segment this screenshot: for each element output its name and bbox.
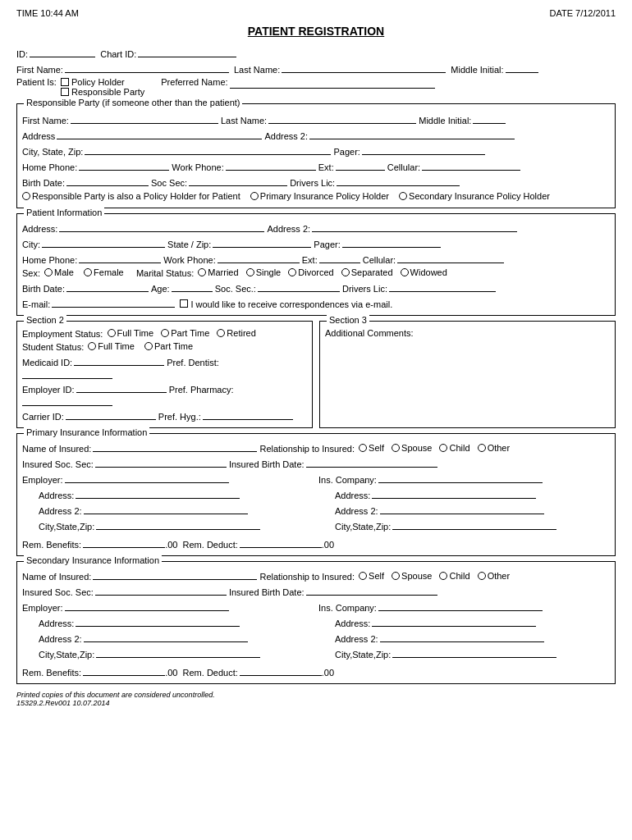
rp-last-name-field[interactable]: [268, 112, 416, 124]
pi-home-phone-label: Home Phone:: [22, 255, 77, 265]
pi-emp-city-field[interactable]: [96, 518, 260, 530]
pi-pager-field[interactable]: [342, 236, 441, 248]
rp-radio3[interactable]: [399, 192, 407, 200]
pi-male-radio[interactable]: [44, 268, 53, 276]
pi-ins-company-field[interactable]: [378, 472, 543, 483]
pi-widowed-radio[interactable]: [401, 268, 409, 276]
pi-spouse-radio[interactable]: [392, 444, 400, 452]
pref-dentist-field[interactable]: [22, 368, 112, 379]
rp-birth-date-field[interactable]: [66, 175, 149, 186]
pi-emp-address-field[interactable]: [76, 487, 240, 499]
emp-retired-radio[interactable]: [217, 329, 225, 337]
pi-rem-deduct-field[interactable]: [240, 536, 322, 548]
rp-middle-initial-field[interactable]: [473, 112, 506, 124]
employer-id-field[interactable]: [76, 381, 167, 393]
pi-work-phone-field[interactable]: [218, 252, 300, 263]
pi-ext-field[interactable]: [319, 252, 360, 263]
medicaid-id-field[interactable]: [74, 354, 164, 366]
pi-emp-address2-field[interactable]: [84, 503, 248, 514]
pi-ins-city-field[interactable]: [392, 518, 556, 530]
pi-email-checkbox[interactable]: [180, 299, 188, 308]
emp-full-time-radio[interactable]: [108, 329, 116, 337]
rp-ext-field[interactable]: [336, 159, 385, 171]
rp-pager-field[interactable]: [362, 144, 485, 155]
preferred-name-field[interactable]: [230, 77, 435, 89]
pi-name-insured-field[interactable]: [93, 441, 257, 452]
si-insured-birth-field[interactable]: [306, 584, 437, 596]
pi-address2-field[interactable]: [312, 221, 517, 232]
last-name-field[interactable]: [282, 62, 446, 73]
pi-divorced-radio[interactable]: [288, 268, 296, 276]
rp-address-field[interactable]: [57, 128, 262, 139]
si-employer-label-row: Employer:: [22, 600, 314, 613]
si-name-insured-field[interactable]: [93, 568, 257, 580]
pi-city-field[interactable]: [42, 236, 165, 248]
middle-initial-field[interactable]: [506, 62, 538, 73]
pi-female-radio[interactable]: [84, 268, 92, 276]
pi-self-radio[interactable]: [359, 444, 367, 452]
pi-birth-date-field[interactable]: [66, 281, 149, 292]
rp-first-name-field[interactable]: [71, 112, 218, 124]
pi-insured-soc-field[interactable]: [95, 456, 227, 468]
pi-insured-birth-field[interactable]: [306, 456, 437, 468]
si-emp-address2-field[interactable]: [84, 631, 248, 642]
pi-ins-address2-field[interactable]: [380, 503, 544, 514]
rp-radio1[interactable]: [22, 192, 30, 200]
pi-married-radio[interactable]: [198, 268, 206, 276]
si-rem-deduct-field[interactable]: [240, 664, 322, 676]
pi-address-field[interactable]: [59, 221, 264, 232]
pi-work-phone-label: Work Phone:: [163, 255, 215, 265]
si-other-radio[interactable]: [478, 572, 486, 580]
pi-state-zip-label: State / Zip:: [167, 240, 211, 249]
rp-home-phone-field[interactable]: [79, 159, 169, 171]
pref-hyg-field[interactable]: [203, 409, 293, 420]
id-field[interactable]: [30, 46, 95, 57]
first-name-field[interactable]: [65, 62, 229, 73]
policy-holder-checkbox[interactable]: [61, 78, 69, 86]
carrier-id-field[interactable]: [66, 409, 156, 420]
pi-age-field[interactable]: [172, 281, 213, 292]
si-self-radio[interactable]: [359, 572, 367, 580]
rp-drivers-lic-field[interactable]: [337, 175, 460, 186]
pref-pharmacy-field[interactable]: [22, 395, 112, 406]
responsible-party-checkbox[interactable]: [61, 88, 69, 96]
pi-rem-benefits-field[interactable]: [83, 536, 165, 548]
pi-emp-city-label: City,State,Zip:: [39, 522, 94, 532]
si-child-radio[interactable]: [439, 572, 447, 580]
si-ins-company-field[interactable]: [378, 600, 543, 611]
rp-work-phone-field[interactable]: [226, 159, 316, 171]
pi-cellular-field[interactable]: [397, 252, 504, 263]
si-spouse-radio[interactable]: [392, 572, 400, 580]
pi-email-field[interactable]: [52, 296, 175, 308]
chart-id-field[interactable]: [138, 46, 236, 57]
pi-state-zip-field[interactable]: [213, 236, 311, 248]
si-insured-soc-field[interactable]: [95, 584, 227, 596]
rp-cellular-field[interactable]: [422, 159, 520, 171]
si-emp-address-field[interactable]: [76, 615, 240, 627]
rp-address2-field[interactable]: [309, 128, 515, 139]
si-employer-field[interactable]: [65, 600, 229, 611]
si-rem-benefits-field[interactable]: [83, 664, 165, 676]
rp-city-field[interactable]: [85, 144, 331, 155]
pi-insured-name-row: Name of Insured: Relationship to Insured…: [22, 441, 610, 454]
si-emp-city-field[interactable]: [96, 646, 260, 658]
si-ins-city-field[interactable]: [392, 646, 556, 658]
pi-soc-sec-field[interactable]: [258, 281, 340, 292]
rp-radio2[interactable]: [250, 192, 259, 200]
pi-drivers-lic-field[interactable]: [389, 281, 496, 292]
rp-soc-sec-field[interactable]: [189, 175, 287, 186]
emp-part-time-radio[interactable]: [161, 329, 169, 337]
pi-ins-address-field[interactable]: [372, 487, 536, 499]
stu-full-time-radio[interactable]: [88, 342, 96, 350]
si-other-label: Other: [488, 571, 511, 581]
pi-single-radio[interactable]: [246, 268, 254, 276]
pi-employer-field[interactable]: [65, 472, 229, 483]
pi-other-radio[interactable]: [478, 444, 486, 452]
si-ins-address2-field[interactable]: [380, 631, 544, 642]
pi-home-phone-field[interactable]: [79, 252, 161, 263]
stu-part-time-radio[interactable]: [144, 342, 153, 350]
pi-separated-radio[interactable]: [341, 268, 350, 276]
pi-other-item: Other: [478, 443, 511, 453]
si-ins-address-field[interactable]: [372, 615, 536, 627]
pi-child-radio[interactable]: [439, 444, 447, 452]
